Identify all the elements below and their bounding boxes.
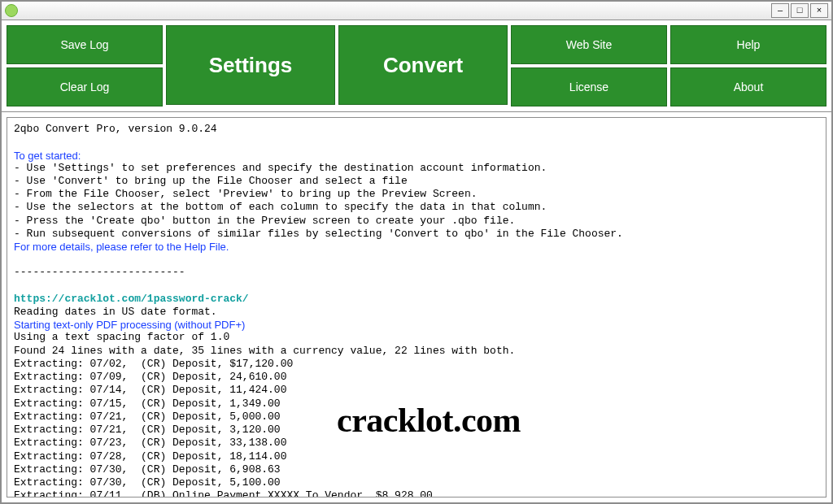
titlebar: – □ ×: [2, 2, 831, 20]
extracting-item: Extracting: 07/11, (DB) Online Payment X…: [14, 489, 819, 497]
get-started-item: - Run subsequent conversions of similar …: [14, 228, 819, 241]
get-started-item: - Use the selectors at the bottom of eac…: [14, 201, 819, 214]
extracting-list: Extracting: 07/02, (CR) Deposit, $17,120…: [14, 358, 819, 497]
spacing-factor: Using a text spacing factor of 1.0: [14, 331, 819, 344]
close-button[interactable]: ×: [810, 3, 828, 18]
extracting-item: Extracting: 07/02, (CR) Deposit, $17,120…: [14, 358, 819, 371]
extracting-item: Extracting: 07/21, (CR) Deposit, 3,120.0…: [14, 424, 819, 437]
toolbar: Save Log Clear Log Settings Convert Web …: [2, 20, 831, 112]
clear-log-button[interactable]: Clear Log: [7, 67, 163, 106]
web-site-button[interactable]: Web Site: [511, 25, 667, 64]
get-started-list: - Use 'Settings' to set preferences and …: [14, 162, 819, 241]
get-started-item: - Use 'Convert' to bring up the File Cho…: [14, 175, 819, 188]
extracting-item: Extracting: 07/14, (CR) Deposit, 11,424.…: [14, 384, 819, 397]
window-controls: – □ ×: [770, 3, 828, 18]
external-link[interactable]: https://cracklot.com/1password-crack/: [14, 293, 819, 306]
extracting-item: Extracting: 07/21, (CR) Deposit, 5,000.0…: [14, 411, 819, 424]
extracting-item: Extracting: 07/28, (CR) Deposit, 18,114.…: [14, 450, 819, 463]
app-icon: [5, 4, 18, 17]
help-button[interactable]: Help: [670, 25, 826, 64]
get-started-title: To get started:: [14, 150, 819, 162]
log-panel[interactable]: 2qbo Convert Pro, version 9.0.24 To get …: [7, 117, 826, 497]
minimize-button[interactable]: –: [771, 3, 789, 18]
app-window: – □ × Save Log Clear Log Settings Conver…: [0, 0, 833, 504]
reading-dates: Reading dates in US date format.: [14, 306, 819, 319]
maximize-button[interactable]: □: [791, 3, 809, 18]
about-button[interactable]: About: [670, 67, 826, 106]
get-started-item: - Press the 'Create qbo' button in the P…: [14, 215, 819, 228]
divider: ---------------------------: [14, 266, 819, 279]
log-header: 2qbo Convert Pro, version 9.0.24: [14, 123, 819, 136]
license-button[interactable]: License: [511, 67, 667, 106]
found-summary: Found 24 lines with a date, 35 lines wit…: [14, 345, 819, 358]
extracting-item: Extracting: 07/15, (CR) Deposit, 1,349.0…: [14, 398, 819, 411]
save-log-button[interactable]: Save Log: [7, 25, 163, 64]
help-reference: For more details, please refer to the He…: [14, 241, 819, 253]
get-started-item: - From the File Chooser, select 'Preview…: [14, 188, 819, 201]
settings-button[interactable]: Settings: [166, 25, 335, 105]
get-started-item: - Use 'Settings' to set preferences and …: [14, 162, 819, 175]
extracting-item: Extracting: 07/09, (CR) Deposit, 24,610.…: [14, 371, 819, 384]
extracting-item: Extracting: 07/23, (CR) Deposit, 33,138.…: [14, 437, 819, 450]
extracting-item: Extracting: 07/30, (CR) Deposit, 5,100.0…: [14, 476, 819, 489]
convert-button[interactable]: Convert: [338, 25, 508, 105]
pdf-start: Starting text-only PDF processing (witho…: [14, 319, 819, 331]
extracting-item: Extracting: 07/30, (CR) Deposit, 6,908.6…: [14, 463, 819, 476]
